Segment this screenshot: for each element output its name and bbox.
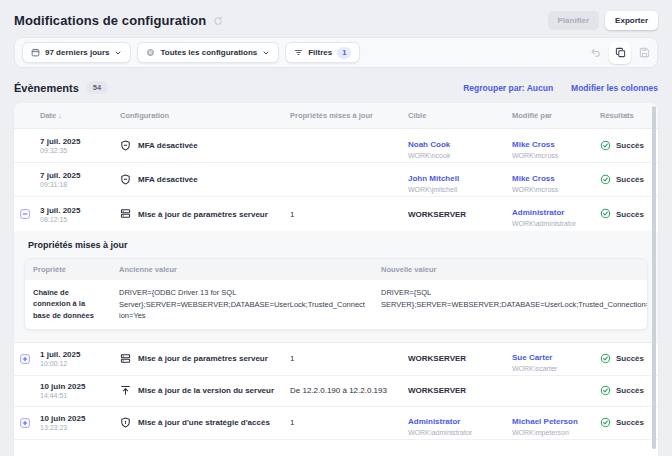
- column-header-properties[interactable]: Propriétés mises à jour: [290, 108, 408, 123]
- subcolumn-old-value: Ancienne valeur: [111, 259, 373, 280]
- success-icon: [600, 350, 611, 368]
- table-row[interactable]: 3 juil. 2025 08:12:15 Mise à jour de par…: [14, 197, 658, 231]
- configuration-name: MFA désactivée: [138, 141, 198, 150]
- events-title: Évènements: [14, 82, 79, 94]
- column-header-target[interactable]: Cible: [408, 108, 512, 123]
- configuration-name: Mise à jour de la version du serveur: [138, 386, 274, 395]
- result-status: Succès: [616, 354, 644, 363]
- event-time: 13:23:23: [40, 424, 116, 431]
- export-button[interactable]: Exporter: [605, 11, 658, 30]
- page-header: Modifications de configuration Planifier…: [0, 0, 672, 37]
- modified-by-link[interactable]: Sue Carter: [512, 353, 552, 362]
- page-title: Modifications de configuration: [14, 13, 206, 28]
- subcolumn-new-value: Nouvelle valeur: [373, 259, 647, 280]
- column-header-results[interactable]: Résultats: [600, 108, 658, 123]
- modified-by-link[interactable]: Mike Cross: [512, 140, 555, 149]
- properties-subtable: Propriété Ancienne valeur Nouvelle valeu…: [24, 258, 648, 330]
- property-new-value: DRIVER={SQL SERVER};SERVER=WEBSERVER;DAT…: [373, 280, 648, 329]
- success-icon: [600, 171, 611, 189]
- table-row[interactable]: 10 juin 2025 13:23:23 Mise à jour d'une …: [14, 407, 658, 440]
- result-status: Succès: [616, 210, 644, 219]
- event-time: 08:12:15: [40, 216, 116, 223]
- modified-by-account: WORK\scarter: [512, 365, 596, 372]
- mfa-disabled-icon: [120, 171, 131, 189]
- event-time: 10:00:12: [40, 360, 116, 367]
- configuration-name: Mise à jour de paramètres serveur: [138, 354, 268, 363]
- date-range-dropdown[interactable]: 97 derniers jours: [22, 42, 131, 63]
- updated-properties: 1: [290, 415, 408, 430]
- configuration-scope-icon: [146, 48, 155, 57]
- success-icon: [600, 137, 611, 155]
- expand-row-button[interactable]: [20, 414, 30, 432]
- filters-count-badge: 1: [337, 47, 351, 59]
- table-row[interactable]: 10 juin 2025 14:44:51 Mise à jour de la …: [14, 376, 658, 407]
- edit-columns-link[interactable]: Modifier les colonnes: [571, 83, 658, 93]
- result-status: Succès: [616, 141, 644, 150]
- table-row[interactable]: 1 juil. 2025 10:00:12 Mise à jour de par…: [14, 343, 658, 376]
- target-name: WORKSERVER: [408, 354, 508, 363]
- schedule-button[interactable]: Planifier: [548, 11, 600, 30]
- event-time: 09:32:35: [40, 147, 116, 154]
- modified-by-empty: [512, 388, 600, 394]
- configuration-name: Mise à jour d'une stratégie d'accès: [138, 418, 270, 427]
- expanded-panel-title: Propriétés mises à jour: [28, 240, 648, 250]
- modified-by-account: WORK\mcross: [512, 186, 596, 193]
- success-icon: [600, 414, 611, 432]
- vertical-scrollbar[interactable]: [652, 106, 656, 449]
- event-date: 10 juin 2025: [40, 414, 116, 423]
- column-header-date[interactable]: Date↓: [40, 108, 120, 123]
- column-header-configuration[interactable]: Configuration: [120, 108, 290, 123]
- table-row[interactable]: 7 juil. 2025 09:31:18 MFA désactivée Joh…: [14, 163, 658, 197]
- configurations-dropdown[interactable]: Toutes les configurations: [137, 42, 279, 63]
- events-count-badge: 54: [86, 81, 108, 94]
- property-old-value: DRIVER={ODBC Driver 13 for SQL Server};S…: [111, 280, 373, 329]
- property-name: Chaîne de connexion à la base de données: [25, 280, 111, 329]
- server-icon: [120, 205, 131, 223]
- event-date: 3 juil. 2025: [40, 206, 116, 215]
- updated-properties: 1: [290, 207, 408, 222]
- server-icon: [120, 350, 131, 368]
- table-row[interactable]: 7 juil. 2025 09:32:35 MFA désactivée Noa…: [14, 129, 658, 163]
- subcolumn-property: Propriété: [25, 259, 111, 280]
- copy-icon[interactable]: [609, 42, 631, 64]
- configuration-name: MFA désactivée: [138, 175, 198, 184]
- configuration-name: Mise à jour de paramètres serveur: [138, 210, 268, 219]
- updated-properties: De 12.2.0.190 à 12.2.0.193: [290, 383, 408, 398]
- target-link[interactable]: Noah Cook: [408, 140, 450, 149]
- result-status: Succès: [616, 175, 644, 184]
- chevron-down-icon: [262, 49, 270, 57]
- calendar-icon: [31, 48, 40, 57]
- result-status: Succès: [616, 418, 644, 427]
- target-link[interactable]: Administrator: [408, 417, 460, 426]
- event-time: 09:31:18: [40, 181, 116, 188]
- expand-row-button[interactable]: [20, 350, 30, 368]
- save-icon[interactable]: [639, 47, 650, 58]
- refresh-icon[interactable]: [213, 12, 223, 30]
- config-changes-page: Modifications de configuration Planifier…: [0, 0, 672, 456]
- undo-icon[interactable]: [590, 47, 601, 58]
- modified-by-link[interactable]: Mike Cross: [512, 174, 555, 183]
- modified-by-account: WORK\mpeterson: [512, 429, 596, 436]
- group-by-link[interactable]: Regrouper par: Aucun: [463, 83, 553, 93]
- mfa-disabled-icon: [120, 137, 131, 155]
- target-link[interactable]: John Mitchell: [408, 174, 459, 183]
- modified-by-link[interactable]: Administrator: [512, 208, 564, 217]
- column-header-modified-by[interactable]: Modifié par: [512, 108, 600, 123]
- date-range-value: 97 derniers jours: [45, 48, 109, 57]
- modified-by-link[interactable]: Michael Peterson: [512, 417, 578, 426]
- filters-button[interactable]: Filtres 1: [285, 42, 360, 63]
- modified-by-account: WORK\mcross: [512, 152, 596, 159]
- subtable-row: Chaîne de connexion à la base de données…: [25, 280, 647, 329]
- event-date: 1 juil. 2025: [40, 350, 116, 359]
- target-name: WORKSERVER: [408, 386, 508, 395]
- access-policy-icon: [120, 414, 131, 432]
- events-table: Date↓ Configuration Propriétés mises à j…: [14, 103, 658, 456]
- result-status: Succès: [616, 386, 644, 395]
- modified-by-account: WORK\administrator: [512, 220, 596, 227]
- table-header-row: Date↓ Configuration Propriétés mises à j…: [14, 103, 658, 129]
- collapse-row-button[interactable]: [20, 205, 30, 223]
- success-icon: [600, 205, 611, 223]
- expanded-properties-panel: Propriétés mises à jour Propriété Ancien…: [14, 231, 658, 343]
- filters-label: Filtres: [308, 48, 332, 57]
- updated-properties: [290, 143, 408, 149]
